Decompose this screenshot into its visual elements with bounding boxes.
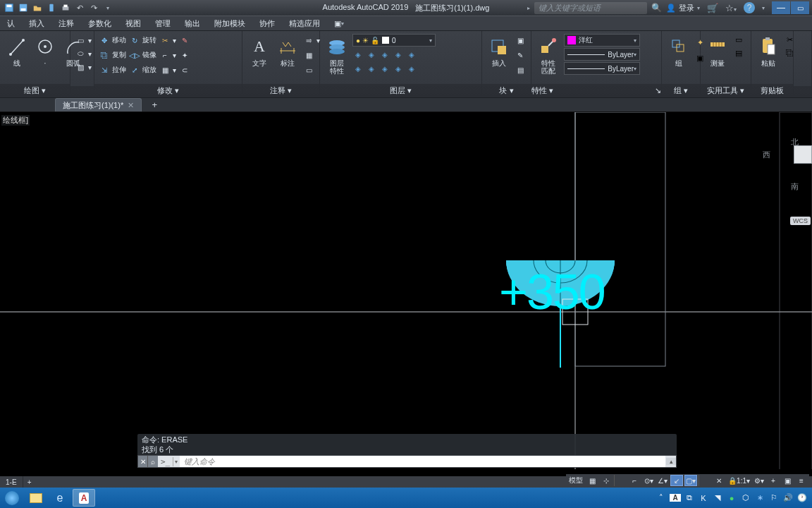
window-minimize-button[interactable]: —	[772, 1, 790, 14]
status-snap-icon[interactable]: ⊹	[600, 475, 613, 486]
tray-up-icon[interactable]: ˄	[656, 493, 667, 502]
status-viewport-icon[interactable]: ▣	[781, 475, 794, 486]
status-plus-icon[interactable]: +	[767, 475, 780, 486]
ellipse-button[interactable]: ⬭▾	[75, 47, 92, 60]
panel-draw-title[interactable]: 绘图 ▾	[0, 84, 70, 97]
viewcube[interactable]: 北 西 南	[777, 137, 812, 172]
layer-off-icon[interactable]: ◈	[366, 49, 377, 60]
qat-open-icon[interactable]	[31, 1, 44, 14]
tab-output[interactable]: 输出	[178, 16, 207, 30]
qat-redo-icon[interactable]: ↷	[87, 1, 100, 14]
util-calc-icon[interactable]: ▤	[733, 47, 744, 59]
tab-parametric[interactable]: 参数化	[81, 16, 118, 30]
status-polar-icon[interactable]: ⊙▾	[642, 475, 655, 486]
stretch-button[interactable]: ⇲拉伸	[99, 64, 126, 76]
tab-manage[interactable]: 管理	[148, 16, 178, 30]
file-tab-close-icon[interactable]: ✕	[128, 101, 134, 110]
login-button[interactable]: 👤 登录 ▾	[666, 3, 700, 13]
explode-button[interactable]: ✦	[179, 49, 190, 61]
rotate-button[interactable]: ↻旋转	[129, 34, 156, 47]
measure-button[interactable]: 测量	[705, 34, 730, 68]
help-icon[interactable]: ?	[744, 2, 755, 13]
qat-save-icon[interactable]	[3, 1, 16, 14]
layer-freeze-icon[interactable]: ◈	[379, 49, 390, 60]
cmd-recent-button[interactable]: ⌕	[148, 456, 158, 467]
insert-button[interactable]: 插入	[486, 34, 512, 68]
color-combo[interactable]: 洋红▾	[564, 34, 640, 47]
tray-icon-2[interactable]: K	[698, 494, 709, 502]
viewcube-top-face[interactable]	[794, 145, 812, 164]
title-caret-icon[interactable]: ▸	[527, 5, 530, 11]
polyline-button[interactable]: ·	[32, 34, 58, 68]
status-gear-icon[interactable]: ⚙▾	[753, 475, 765, 486]
scale-button[interactable]: ⤢缩放	[129, 64, 156, 76]
command-input[interactable]: 键入命令	[180, 456, 665, 467]
layer-iso-icon[interactable]: ◈	[352, 49, 364, 60]
tray-icon-5[interactable]: ⬡	[740, 493, 751, 502]
lineweight-combo[interactable]: ByLayer▾	[564, 48, 640, 61]
tray-shield-icon[interactable]: ⚐	[768, 493, 780, 502]
layer-lock-icon[interactable]: ◈	[393, 49, 404, 60]
panel-clip-title[interactable]: 剪贴板	[751, 84, 793, 97]
layout-add-button[interactable]: +	[23, 476, 36, 488]
qat-undo-icon[interactable]: ↶	[73, 1, 86, 14]
fillet-button[interactable]: ⌐▾	[159, 49, 176, 61]
status-osnap2-icon[interactable]: ▢▾	[684, 475, 697, 486]
block-edit-button[interactable]: ✎	[515, 49, 526, 61]
layer-on-icon[interactable]: ◈	[366, 63, 377, 74]
panel-group-title[interactable]: 组 ▾	[662, 84, 700, 97]
taskbar-explorer[interactable]	[25, 489, 47, 507]
panel-util-title[interactable]: 实用工具 ▾	[701, 84, 751, 97]
tab-insert[interactable]: 插入	[22, 16, 51, 30]
dimension-button[interactable]: 标注	[275, 34, 300, 68]
tab-featured[interactable]: 精选应用	[282, 16, 327, 30]
qat-mobile-icon[interactable]	[45, 1, 58, 14]
help-search-input[interactable]: 键入关键字或短语	[534, 2, 647, 14]
tab-addins[interactable]: 附加模块	[207, 16, 252, 30]
panel-layers-title[interactable]: 图层 ▾	[320, 84, 481, 97]
status-osnap-icon[interactable]: ↙	[670, 475, 683, 486]
cmd-scroll-up-icon[interactable]: ▴	[666, 458, 676, 465]
paste-button[interactable]: 粘贴	[756, 34, 781, 68]
matchprops-button[interactable]: 特性 匹配	[536, 34, 561, 76]
file-tab[interactable]: 施工图练习(1)(1)* ✕	[55, 98, 142, 111]
status-ortho-icon[interactable]: ⌐	[628, 475, 641, 486]
layer-combo[interactable]: ● ☀ 🔓 0 ▾	[352, 34, 436, 47]
line-button[interactable]: 线	[4, 34, 30, 68]
field-button[interactable]: ▭	[303, 64, 320, 76]
layer-make-icon[interactable]: ◈	[406, 49, 417, 60]
layout-tab-1[interactable]: 1-E	[0, 476, 23, 488]
layer-thaw-icon[interactable]: ◈	[379, 63, 390, 74]
tray-ime-icon[interactable]: A	[670, 494, 681, 502]
panel-block-title[interactable]: 块 ▾	[482, 84, 531, 97]
status-scale-label[interactable]: 🔒1:1▾	[727, 475, 751, 486]
block-attr-button[interactable]: ▤	[515, 64, 526, 76]
group-button[interactable]: 组	[666, 34, 691, 68]
text-button[interactable]: A 文字	[247, 34, 272, 68]
layer-props-button[interactable]: 图层 特性	[324, 34, 350, 76]
util-select-icon[interactable]: ▭	[733, 34, 744, 45]
tab-extra-icon[interactable]: ▣ ▾	[327, 16, 351, 30]
help-caret-icon[interactable]: ▾	[762, 5, 765, 11]
layer-uniso-icon[interactable]: ◈	[352, 63, 364, 74]
move-button[interactable]: ✥移动	[99, 34, 126, 47]
status-model-button[interactable]: 模型	[567, 475, 584, 486]
status-grid-icon[interactable]: ▦	[586, 475, 598, 486]
taskbar-ie[interactable]: e	[49, 489, 71, 507]
window-maximize-button[interactable]: ▭	[791, 1, 809, 14]
leader-button[interactable]: ⥤▾	[303, 34, 320, 47]
tray-icon-3[interactable]: ◥	[712, 493, 723, 502]
status-dynamicinput-icon[interactable]: ✕	[713, 475, 725, 486]
tab-collab[interactable]: 协作	[252, 16, 282, 30]
layer-match-icon[interactable]: ◈	[406, 63, 417, 74]
favorite-icon[interactable]: ☆▾	[725, 3, 737, 13]
search-icon[interactable]: 🔍	[651, 3, 662, 13]
tab-default[interactable]: 认	[0, 16, 22, 30]
panel-annot-title[interactable]: 注释 ▾	[242, 84, 319, 97]
erase-button[interactable]: ✎	[179, 34, 190, 47]
table-button[interactable]: ▦	[303, 49, 320, 61]
hatch-button[interactable]: ▨▾	[75, 61, 92, 73]
tab-view[interactable]: 视图	[118, 16, 148, 30]
copy-button[interactable]: ⿻复制	[99, 49, 126, 61]
tab-annotate[interactable]: 注释	[51, 16, 81, 30]
